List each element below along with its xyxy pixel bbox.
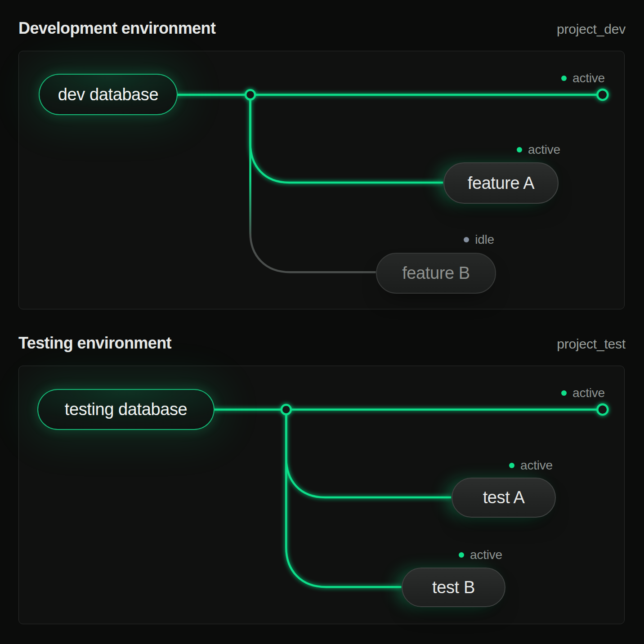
dev-branch-head-node bbox=[597, 89, 608, 100]
dev-database-node: dev database bbox=[39, 74, 178, 115]
status-label: active bbox=[572, 386, 605, 400]
dev-env-header: Development environment project_dev bbox=[18, 19, 626, 38]
active-status-dot bbox=[561, 390, 567, 396]
dev-env-title: Development environment bbox=[18, 19, 215, 38]
test-project-label: project_test bbox=[557, 336, 626, 352]
idle-status-dot bbox=[464, 237, 469, 242]
dev-branch-point-node bbox=[246, 90, 255, 99]
test-a-node: test A bbox=[452, 478, 556, 518]
node-label: test B bbox=[432, 578, 475, 597]
test-a-status-badge: active bbox=[509, 458, 553, 473]
testing-database-node: testing database bbox=[37, 389, 215, 430]
active-status-dot bbox=[517, 147, 522, 152]
test-env-header: Testing environment project_test bbox=[18, 334, 626, 353]
dev-env-panel: active dev database active feature A idl… bbox=[18, 51, 625, 309]
feature-a-node: feature A bbox=[443, 162, 559, 204]
status-label: active bbox=[520, 458, 553, 473]
test-env-panel: active testing database active test A ac… bbox=[18, 366, 625, 624]
test-a-connector-line bbox=[286, 410, 451, 497]
test-branch-head-node bbox=[597, 404, 608, 415]
feature-b-node: feature B bbox=[376, 253, 496, 294]
node-label: feature A bbox=[468, 174, 535, 193]
test-env-title: Testing environment bbox=[18, 334, 171, 353]
test-b-node: test B bbox=[402, 568, 505, 607]
feature-a-connector-line bbox=[250, 95, 443, 183]
feature-a-status-badge: active bbox=[517, 143, 560, 157]
node-label: test A bbox=[483, 488, 525, 507]
status-label: active bbox=[572, 71, 605, 85]
dev-root-status-badge: active bbox=[561, 71, 605, 85]
node-label: feature B bbox=[402, 264, 470, 283]
dev-project-label: project_dev bbox=[557, 22, 626, 37]
test-branch-point-node bbox=[282, 405, 291, 414]
status-label: active bbox=[528, 143, 560, 157]
active-status-dot bbox=[459, 552, 464, 558]
active-status-dot bbox=[561, 76, 567, 81]
status-label: active bbox=[470, 548, 502, 562]
active-status-dot bbox=[509, 463, 514, 468]
test-b-status-badge: active bbox=[459, 548, 502, 562]
node-label: dev database bbox=[58, 85, 158, 104]
feature-b-status-badge: idle bbox=[464, 233, 494, 247]
node-label: testing database bbox=[65, 400, 187, 419]
test-root-status-badge: active bbox=[561, 386, 605, 400]
status-label: idle bbox=[475, 233, 494, 247]
